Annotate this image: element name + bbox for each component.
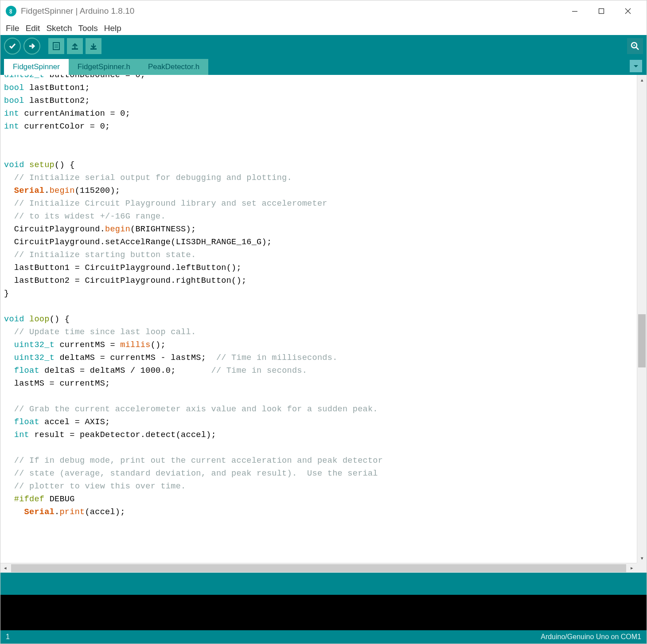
footer-line: 1 <box>6 633 541 641</box>
serial-monitor-button[interactable] <box>627 38 643 54</box>
svg-rect-0 <box>572 11 577 12</box>
svg-point-10 <box>634 45 635 46</box>
footer-board: Arduino/Genuino Uno on COM1 <box>541 633 641 641</box>
titlebar: FidgetSpinner | Arduino 1.8.10 <box>0 0 647 22</box>
svg-rect-1 <box>599 9 604 14</box>
menu-file[interactable]: File <box>3 23 23 34</box>
window-controls <box>561 2 641 20</box>
console[interactable] <box>0 595 647 630</box>
minimize-icon <box>572 8 578 14</box>
arrow-up-icon <box>70 41 80 51</box>
arduino-icon <box>6 6 16 16</box>
menubar: File Edit Sketch Tools Help <box>0 22 647 35</box>
maximize-button[interactable] <box>588 2 615 20</box>
svg-rect-7 <box>90 48 97 50</box>
vertical-scrollbar[interactable]: ▴ ▾ <box>637 75 647 563</box>
code-editor[interactable]: uint32_t buttonDebounce = 0; bool lastBu… <box>0 75 637 563</box>
close-button[interactable] <box>615 2 641 20</box>
chevron-down-icon <box>633 63 639 69</box>
maximize-icon <box>598 8 604 14</box>
open-button[interactable] <box>67 38 83 54</box>
verify-button[interactable] <box>4 38 21 55</box>
window-title: FidgetSpinner | Arduino 1.8.10 <box>21 6 561 16</box>
menu-edit[interactable]: Edit <box>23 23 43 34</box>
status-area <box>0 573 647 595</box>
tabbar: FidgetSpinner FidgetSpinner.h PeakDetect… <box>0 57 647 75</box>
footer: 1 Arduino/Genuino Uno on COM1 <box>0 630 647 644</box>
close-icon <box>625 8 631 14</box>
svg-rect-6 <box>72 48 78 50</box>
upload-button[interactable] <box>23 38 40 55</box>
save-button[interactable] <box>86 38 101 54</box>
file-icon <box>51 41 61 51</box>
arrow-right-icon <box>27 42 36 51</box>
app-window: FidgetSpinner | Arduino 1.8.10 File Edit… <box>0 0 647 644</box>
horizontal-scrollbar[interactable]: ◂ ▸ <box>0 563 637 573</box>
scroll-thumb-v[interactable] <box>638 314 646 367</box>
svg-line-9 <box>636 47 639 50</box>
toolbar <box>0 35 647 57</box>
scroll-thumb-h[interactable] <box>11 564 626 572</box>
new-button[interactable] <box>48 38 64 54</box>
scroll-left-arrow[interactable]: ◂ <box>0 565 10 571</box>
magnifier-icon <box>630 41 640 51</box>
editor-container: uint32_t buttonDebounce = 0; bool lastBu… <box>0 75 647 563</box>
menu-tools[interactable]: Tools <box>75 23 101 34</box>
tab-dropdown-button[interactable] <box>630 60 642 72</box>
tab-fidgetspinner-h[interactable]: FidgetSpinner.h <box>69 59 139 75</box>
scroll-right-arrow[interactable]: ▸ <box>627 565 637 571</box>
menu-sketch[interactable]: Sketch <box>43 23 75 34</box>
arrow-down-icon <box>89 41 98 51</box>
tab-peakdetector-h[interactable]: PeakDetector.h <box>139 59 208 75</box>
scroll-down-arrow[interactable]: ▾ <box>637 553 647 563</box>
check-icon <box>8 42 17 51</box>
tab-fidgetspinner[interactable]: FidgetSpinner <box>4 59 69 75</box>
menu-help[interactable]: Help <box>101 23 125 34</box>
scroll-up-arrow[interactable]: ▴ <box>637 75 647 85</box>
scroll-corner <box>637 563 647 573</box>
minimize-button[interactable] <box>561 2 588 20</box>
